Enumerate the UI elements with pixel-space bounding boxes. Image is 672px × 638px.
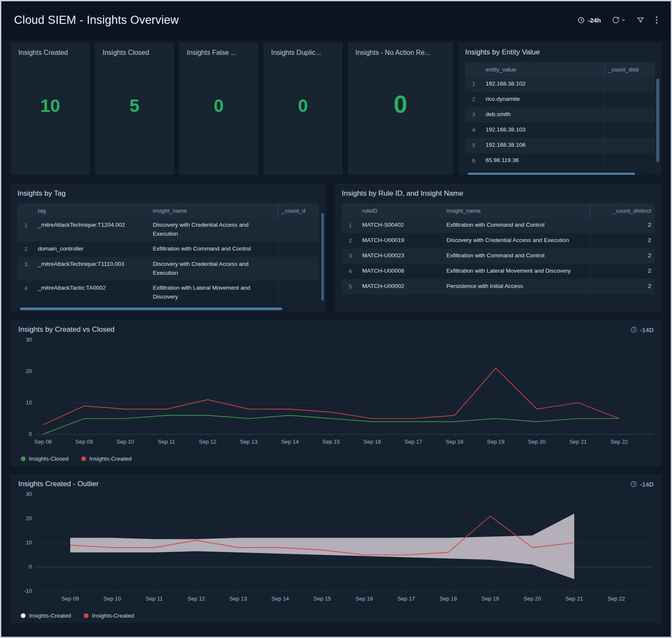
tag-table: taginsight_name_count_d1_mitreAttackTech…: [17, 203, 319, 304]
legend-dot-icon: [21, 456, 26, 461]
svg-text:10: 10: [26, 539, 32, 546]
table-row[interactable]: 1192.168.38.102: [465, 77, 655, 92]
column-header[interactable]: _count_distinct: [590, 203, 655, 218]
kebab-menu-button[interactable]: [655, 16, 658, 24]
chart-time-range-label: -14D: [640, 481, 654, 488]
insights-created-outlier-panel: Insights Created - Outlier -14D -1001020…: [11, 474, 661, 623]
stat-panel-3: Insights Duplic...0: [263, 42, 343, 175]
svg-text:Sep 12: Sep 12: [199, 439, 216, 445]
count-cell: [604, 107, 655, 122]
svg-text:Sep 21: Sep 21: [569, 439, 587, 445]
stat-label: Insights Created: [18, 49, 82, 57]
table-row[interactable]: 1MATCH-S00402Exfiltration with Command a…: [342, 218, 655, 233]
count-cell: [604, 92, 655, 107]
refresh-button[interactable]: [612, 16, 626, 24]
entity-table-vscrollbar[interactable]: [656, 79, 659, 162]
rule-id-cell: MATCH-U00008: [359, 264, 443, 279]
svg-text:Sep 22: Sep 22: [610, 439, 628, 445]
row-number: 5: [465, 138, 482, 153]
column-header[interactable]: insight_name: [149, 203, 278, 218]
refresh-icon: [612, 16, 620, 24]
column-header[interactable]: tag: [34, 203, 149, 218]
svg-text:Sep 20: Sep 20: [523, 595, 541, 602]
dashboard-body: Insights Created10Insights Closed5Insigh…: [1, 39, 671, 623]
svg-text:Sep 14: Sep 14: [281, 439, 299, 445]
stat-panel-2: Insights False ...0: [179, 42, 258, 175]
hscroll-thumb[interactable]: [20, 308, 282, 310]
svg-text:Sep 11: Sep 11: [158, 439, 175, 445]
stat-label: Insights False ...: [187, 49, 251, 57]
legend-dot-icon: [21, 613, 26, 618]
chart-time-range-button[interactable]: -14D: [630, 326, 654, 333]
table-row[interactable]: 2MATCH-U00019Discovery with Credential A…: [342, 233, 655, 248]
column-header[interactable]: _count_disti: [604, 62, 655, 77]
table-row[interactable]: 5MATCH-U00002Persistence with Initial Ac…: [342, 279, 655, 294]
insights-by-entity-value-panel: Insights by Entity Value entity_value_co…: [458, 42, 661, 175]
stat-value: 0: [271, 96, 335, 116]
stat-label: Insights - No Action Re...: [355, 49, 446, 57]
filter-button[interactable]: [637, 16, 644, 24]
insight-name-cell: Persistence with Initial Access: [443, 279, 590, 294]
legend-item[interactable]: Insights-Created: [21, 612, 71, 619]
svg-text:-10: -10: [24, 588, 32, 594]
svg-text:Sep 13: Sep 13: [229, 595, 247, 602]
chart-time-range-button[interactable]: -14D: [630, 481, 654, 488]
stat-label: Insights Closed: [103, 49, 166, 57]
svg-text:Sep 12: Sep 12: [187, 595, 205, 602]
row-number: 6: [465, 153, 482, 168]
legend-item[interactable]: Insights-Closed: [21, 456, 69, 462]
legend-label: Insights-Created: [89, 456, 132, 462]
legend-label: Insights-Closed: [29, 456, 69, 462]
hscroll-thumb[interactable]: [468, 173, 635, 175]
svg-text:Sep 17: Sep 17: [397, 595, 415, 602]
count-cell: [278, 257, 319, 281]
entity-value-cell: deb.smith: [482, 107, 604, 122]
table-row[interactable]: 4MATCH-U00008Exfiltration with Lateral M…: [342, 264, 655, 279]
legend-label: Insights-Created: [92, 612, 134, 619]
table-row[interactable]: 4_mitreAttackTactic:TA0002Exfiltration w…: [17, 281, 319, 305]
table-row[interactable]: 2domain_controllerExfiltration with Comm…: [17, 242, 319, 257]
column-header[interactable]: ruleID: [359, 203, 443, 218]
table-row[interactable]: 3_mitreAttackTechnique:T1110.003Discover…: [17, 257, 319, 281]
legend-item[interactable]: Insights-Created: [84, 612, 134, 619]
rule-id-cell: MATCH-U00023: [359, 248, 443, 264]
chart-legend: Insights-CreatedInsights-Created: [18, 612, 654, 619]
dashboard: Cloud SIEM - Insights Overview -24h: [1, 1, 671, 623]
table-row[interactable]: 1_mitreAttackTechnique:T1204.002Discover…: [17, 218, 319, 242]
time-range-label: -24h: [588, 17, 601, 24]
table-row[interactable]: 3deb.smith: [465, 107, 655, 122]
count-cell: [604, 77, 655, 92]
svg-text:Sep 14: Sep 14: [272, 595, 289, 602]
row-number: 5: [342, 279, 359, 294]
svg-text:10: 10: [26, 399, 32, 406]
column-header[interactable]: insight_name: [443, 203, 590, 218]
rule-id-cell: MATCH-U00019: [359, 233, 443, 248]
rule-id-cell: MATCH-U00002: [359, 279, 443, 294]
column-header[interactable]: entity_value: [482, 62, 604, 77]
time-range-button[interactable]: -24h: [578, 17, 601, 24]
column-header[interactable]: _count_d: [278, 203, 319, 218]
table-row[interactable]: 5192.168.38.106: [465, 138, 655, 153]
legend-item[interactable]: Insights-Created: [81, 456, 132, 462]
row-number: 2: [17, 242, 34, 257]
table-header: entity_value_count_disti: [465, 62, 655, 77]
table-row[interactable]: 665.98.119.36: [465, 153, 655, 168]
stat-value: 10: [18, 96, 82, 116]
tag-table-vscrollbar[interactable]: [321, 213, 324, 301]
insight-name-cell: Exfiltration with Command and Control: [443, 218, 590, 233]
table-row[interactable]: 4192.168.38.103: [465, 122, 655, 138]
row-number: 2: [342, 233, 359, 248]
table-row[interactable]: 3MATCH-U00023Exfiltration with Command a…: [342, 248, 655, 264]
table-row[interactable]: 2rico.dynamite: [465, 92, 655, 107]
svg-text:Sep 16: Sep 16: [355, 595, 373, 602]
svg-text:Sep 08: Sep 08: [34, 439, 51, 445]
row-number-header: [465, 62, 482, 77]
count-cell: [278, 281, 319, 305]
svg-text:Sep 21: Sep 21: [566, 595, 583, 602]
row-number: 1: [465, 77, 482, 92]
count-cell: [604, 138, 655, 153]
svg-text:Sep 19: Sep 19: [487, 439, 504, 445]
insight-name-cell: Exfiltration with Lateral Movement and D…: [149, 281, 278, 305]
count-cell: 2: [590, 218, 655, 233]
tag-cell: domain_controller: [34, 242, 149, 257]
